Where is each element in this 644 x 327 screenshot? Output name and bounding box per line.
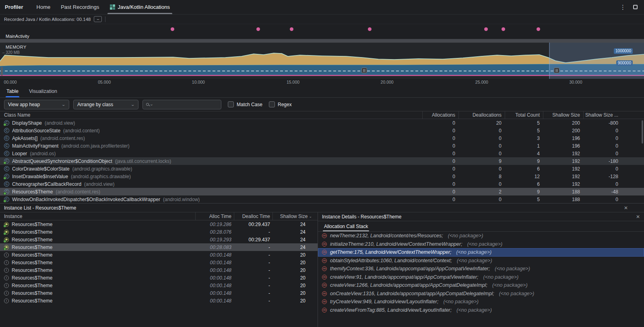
- instance-row[interactable]: i Resources$Theme 00:19.293 00:29.437 24: [0, 236, 318, 243]
- match-case-option[interactable]: Match Case: [228, 101, 262, 107]
- close-icon[interactable]: ✕: [624, 205, 628, 211]
- stack-frame-row[interactable]: m newTheme:2132, Landroid/content/res/Re…: [318, 232, 644, 240]
- class-table-row[interactable]: C AttributionSourceState (android.conten…: [0, 127, 644, 134]
- allocation-event-dot[interactable]: [502, 27, 505, 31]
- column-header-deallocations[interactable]: Deallocations: [458, 111, 505, 119]
- allocation-axis-badge: 1000000: [614, 48, 633, 54]
- column-header-allocations[interactable]: Allocations: [422, 111, 458, 119]
- range-handle-right[interactable]: [554, 68, 559, 73]
- allocation-event-dot[interactable]: [537, 27, 540, 31]
- class-table-row[interactable]: C Looper (android.os) 0 0 4 192 0: [0, 150, 644, 157]
- view-tab[interactable]: Visualization: [29, 85, 57, 97]
- allocation-axis-badge: 900000: [616, 60, 633, 66]
- class-name-cell: C MainActivityFragment (android.com.java…: [0, 143, 422, 149]
- class-table-row[interactable]: C WindowOnBackInvokedDispatcher$OnBackIn…: [0, 195, 644, 203]
- instance-row[interactable]: i Resources$Theme 00:00.148 - 20: [0, 297, 318, 304]
- heap-select[interactable]: View app heap ⌄: [4, 100, 69, 109]
- zoom-to-fit-icon[interactable]: ↔: [94, 16, 102, 22]
- dealloc-time-value: -: [234, 260, 272, 265]
- match-case-checkbox[interactable]: [228, 101, 234, 107]
- total-count-value: 5: [505, 120, 543, 126]
- column-header-total-count[interactable]: Total Count: [505, 111, 543, 119]
- stack-frame-row[interactable]: m themifyContext:336, Landroidx/appcompa…: [318, 265, 644, 273]
- class-table-row[interactable]: C InsetDrawable$InsetValue (android.grap…: [0, 173, 644, 180]
- window-mode-icon[interactable]: [633, 5, 638, 9]
- column-header-class-name[interactable]: Class Name: [0, 111, 422, 119]
- track-resize-grip[interactable]: [1, 67, 3, 76]
- class-name: AbstractQueuedSynchronizer$ConditionObje…: [12, 158, 112, 164]
- close-icon[interactable]: ✕: [636, 214, 640, 220]
- stack-frame-row[interactable]: m createViewFromTag:885, Landroid/view/L…: [318, 306, 644, 315]
- stack-frame-row[interactable]: m tryCreateView:949, Landroid/view/Layou…: [318, 298, 644, 306]
- instance-name-cell: i Resources$Theme: [0, 245, 195, 250]
- instance-name-cell: i Resources$Theme: [0, 298, 195, 304]
- stack-frame-row[interactable]: m createView:1266, Landroidx/appcompat/a…: [318, 281, 644, 290]
- instance-row[interactable]: i Resources$Theme 00:00.148 - 20: [0, 282, 318, 289]
- column-header-instance-shallow-size[interactable]: Shallow Size ⌄: [272, 212, 318, 220]
- alloc-time-value: 00:19.293: [195, 237, 234, 243]
- search-box[interactable]: ⌄: [142, 100, 221, 109]
- stack-frame-package: (<no package>): [457, 258, 492, 263]
- instance-shallow-size-value: 24: [272, 222, 318, 227]
- column-header-alloc-time[interactable]: Alloc Time: [195, 212, 234, 220]
- stack-frame-row[interactable]: m onCreateView:1316, Landroidx/appcompat…: [318, 290, 644, 298]
- stack-frame-row[interactable]: m initializeTheme:210, Landroid/view/Con…: [318, 240, 644, 249]
- class-icon: C: [4, 197, 9, 202]
- class-table-row[interactable]: C Choreographer$CallbackRecord (android.…: [0, 180, 644, 188]
- top-tab[interactable]: Home: [31, 0, 56, 14]
- instance-icon: i: [4, 253, 9, 257]
- search-icon: [146, 103, 149, 106]
- time-axis-tick: 30.000: [569, 80, 582, 84]
- allocation-event-dot[interactable]: [171, 27, 174, 31]
- stack-frame-row[interactable]: m obtainStyledAttributes:1060, Landroid/…: [318, 257, 644, 265]
- instance-name: Resources$Theme: [12, 290, 52, 296]
- instance-row[interactable]: i Resources$Theme 00:00.148 - 20: [0, 266, 318, 274]
- stack-frame-row[interactable]: m createView:91, Landroidx/appcompat/app…: [318, 273, 644, 282]
- class-name-cell: C ApkAssets[] (android.content.res): [0, 136, 422, 141]
- range-handle-left[interactable]: [361, 68, 367, 73]
- table-toolbar: View app heap ⌄ Arrange by class ⌄ ⌄ Mat…: [0, 98, 644, 111]
- allocation-events-track[interactable]: [0, 24, 644, 34]
- activity-lifetime-bar[interactable]: [0, 39, 644, 43]
- allocation-event-dot[interactable]: [290, 27, 293, 31]
- memory-chart[interactable]: MEMORY 320 MB 1000000900000: [0, 43, 644, 79]
- instance-row[interactable]: i Resources$Theme 00:00.148 - 20: [0, 274, 318, 282]
- class-name: WindowOnBackInvokedDispatcher$OnBackInvo…: [12, 197, 160, 202]
- class-table-row[interactable]: C ApkAssets[] (android.content.res) 0 0 …: [0, 134, 644, 142]
- instance-row[interactable]: i Resources$Theme 00:00.148 - 20: [0, 251, 318, 259]
- regex-checkbox[interactable]: [269, 101, 275, 107]
- allocation-event-dot[interactable]: [256, 27, 260, 31]
- instance-row[interactable]: i Resources$Theme 00:28.083 - 24: [0, 243, 318, 251]
- arrange-select-value: Arrange by class: [77, 102, 113, 107]
- more-options-icon[interactable]: ⋮: [620, 4, 626, 11]
- allocation-event-dot[interactable]: [368, 27, 372, 31]
- allocation-event-dot[interactable]: [484, 27, 488, 31]
- search-input[interactable]: [154, 102, 218, 107]
- instance-row[interactable]: i Resources$Theme 00:00.148 - 20: [0, 289, 318, 297]
- class-table-row[interactable]: C DisplayShape (android.view) 0 20 5 200…: [0, 119, 644, 127]
- column-header-dealloc-time[interactable]: Dealloc Time: [234, 212, 272, 220]
- class-table-scrollbar[interactable]: [642, 120, 643, 144]
- top-tab[interactable]: Java/Kotlin Allocations: [105, 0, 175, 14]
- arrange-select[interactable]: Arrange by class ⌄: [73, 100, 138, 109]
- column-header-shallow-size-change[interactable]: Shallow Size ...: [583, 111, 621, 119]
- instance-row[interactable]: i Resources$Theme 00:00.148 - 20: [0, 259, 318, 266]
- instance-row[interactable]: i Resources$Theme 00:19.286 00:29.437 24: [0, 220, 318, 228]
- class-table-row[interactable]: C MainActivityFragment (android.com.java…: [0, 142, 644, 150]
- regex-option[interactable]: Regex: [269, 101, 292, 107]
- column-header-instance[interactable]: Instance: [0, 212, 195, 220]
- tab-allocation-call-stack[interactable]: Allocation Call Stack: [323, 221, 369, 231]
- view-tab[interactable]: Table: [6, 85, 19, 97]
- class-table-row[interactable]: C ColorDrawable$ColorState (android.grap…: [0, 165, 644, 173]
- column-header-shallow-size[interactable]: Shallow Size: [543, 111, 583, 119]
- class-table-row[interactable]: C Resources$Theme (android.content.res) …: [0, 188, 644, 195]
- shallow-size-value: 196: [543, 136, 583, 141]
- stack-frame-row[interactable]: m getTheme:175, Landroid/view/ContextThe…: [318, 248, 644, 257]
- class-table-row[interactable]: C AbstractQueuedSynchronizer$ConditionOb…: [0, 157, 644, 165]
- instance-row[interactable]: i Resources$Theme 00:28.076 - 24: [0, 228, 318, 236]
- top-bar-actions: ⋮: [620, 0, 639, 14]
- dealloc-time-value: -: [234, 267, 272, 273]
- method-icon: m: [322, 275, 327, 280]
- top-tab[interactable]: Past Recordings: [56, 0, 104, 14]
- deallocations-value: 0: [458, 166, 505, 172]
